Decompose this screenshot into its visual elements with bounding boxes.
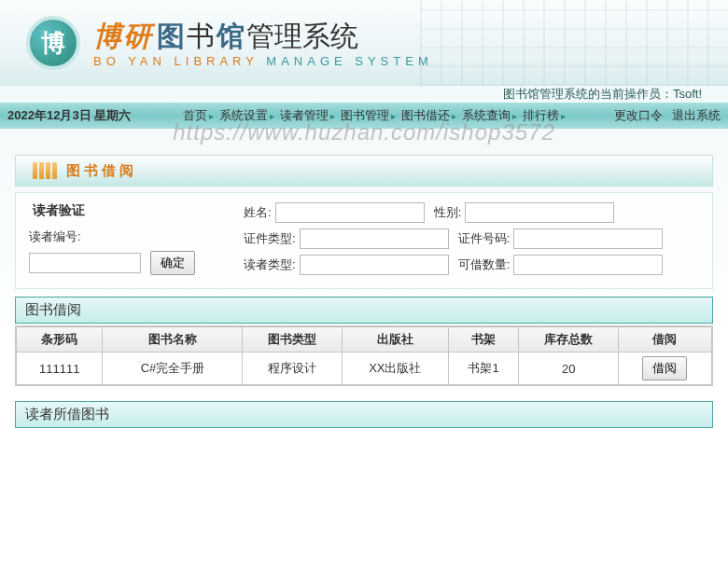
app-header: 博 博研 图 书 馆 管理系统 BO YAN LIBRARY MANAGE SY… (0, 0, 728, 86)
nav-item-label: 首页 (183, 107, 207, 124)
col-action: 借阅 (618, 327, 711, 353)
reader-id-input[interactable] (29, 253, 141, 273)
app-title-en: BO YAN LIBRARY MANAGE SYSTEM (93, 54, 433, 68)
field-reader-type: 读者类型: (244, 255, 449, 275)
nav-item-label: 图书借还 (401, 107, 450, 124)
field-gender: 性别: (434, 202, 615, 223)
cell-shelf: 书架1 (448, 353, 519, 385)
nav-item-label: 系统查询 (462, 107, 511, 124)
chevron-right-icon: ▸ (330, 111, 335, 121)
section-title-borrow: 图书借阅 (15, 155, 713, 187)
chevron-right-icon: ▸ (512, 111, 517, 121)
id-no-label: 证件号码: (458, 230, 511, 247)
col-shelf: 书架 (448, 327, 519, 353)
app-title-cn: 博研 图 书 馆 管理系统 (93, 18, 433, 56)
cell-barcode: 111111 (17, 353, 103, 385)
col-stock: 库存总数 (519, 327, 619, 353)
form-area: 读者验证 读者编号: 确定 姓名: 性别: (15, 192, 713, 289)
title-part-blue2: 馆 (217, 18, 245, 56)
field-id-type: 证件类型: (244, 228, 449, 249)
change-password-link[interactable]: 更改口令 (614, 107, 663, 124)
nav-item-query[interactable]: 系统查询▸ (462, 107, 517, 124)
cell-stock: 20 (519, 353, 619, 385)
banner-pattern (420, 0, 728, 86)
sub-header-borrow: 图书借阅 (15, 297, 713, 324)
reader-type-input[interactable] (300, 255, 449, 275)
col-publisher: 出版社 (342, 327, 448, 353)
reader-verify-panel: 读者验证 读者编号: 确定 (29, 202, 225, 275)
reader-id-group: 读者编号: 确定 (29, 228, 225, 275)
table-row: 111111 C#完全手册 程序设计 XX出版社 书架1 20 借阅 (17, 353, 712, 385)
id-type-input[interactable] (300, 228, 449, 249)
nav-item-book[interactable]: 图书管理▸ (341, 107, 396, 124)
table-header-row: 条形码 图书名称 图书类型 出版社 书架 库存总数 借阅 (17, 327, 712, 353)
nav-right-links: 更改口令 退出系统 (614, 107, 721, 124)
reader-type-label: 读者类型: (244, 256, 296, 273)
nav-bar: 2022年12月3日 星期六 首页▸ 系统设置▸ 读者管理▸ 图书管理▸ 图书借… (0, 103, 728, 129)
borrow-limit-input[interactable] (513, 255, 663, 275)
books-table: 条形码 图书名称 图书类型 出版社 书架 库存总数 借阅 111111 C#完全… (16, 326, 712, 385)
sub-header-borrowed: 读者所借图书 (15, 401, 713, 428)
field-name: 姓名: (244, 202, 425, 223)
nav-item-label: 排行榜 (523, 107, 559, 124)
col-booktype: 图书类型 (243, 327, 343, 353)
nav-item-label: 系统设置 (219, 107, 268, 124)
col-barcode: 条形码 (17, 327, 103, 353)
field-borrow-limit: 可借数量: (458, 255, 664, 275)
nav-date: 2022年12月3日 星期六 (7, 107, 131, 124)
section-title-label: 图书借阅 (66, 162, 137, 180)
chevron-right-icon: ▸ (452, 111, 456, 121)
nav-item-system[interactable]: 系统设置▸ (219, 107, 274, 124)
nav-item-label: 读者管理 (280, 107, 329, 124)
id-no-input[interactable] (513, 228, 663, 249)
chevron-right-icon: ▸ (561, 111, 566, 121)
reader-info-panel: 姓名: 性别: 证件类型: 证件号码: 读者类型: (244, 202, 699, 275)
title-part-black1: 书 (187, 18, 215, 56)
borrow-button[interactable]: 借阅 (642, 356, 687, 380)
bars-icon (33, 162, 57, 179)
cell-booktype: 程序设计 (243, 353, 343, 385)
cell-publisher: XX出版社 (342, 353, 448, 385)
books-table-wrap: 条形码 图书名称 图书类型 出版社 书架 库存总数 借阅 111111 C#完全… (15, 325, 713, 386)
nav-item-borrow[interactable]: 图书借还▸ (401, 107, 456, 124)
reader-verify-title: 读者验证 (29, 202, 225, 219)
id-type-label: 证件类型: (244, 230, 296, 247)
cell-action: 借阅 (618, 353, 711, 385)
title-part-suffix: 管理系统 (246, 18, 358, 56)
cell-bookname: C#完全手册 (103, 353, 243, 385)
name-input[interactable] (275, 202, 425, 223)
chevron-right-icon: ▸ (391, 111, 396, 121)
title-part-orange: 博研 (93, 18, 153, 56)
nav-item-rank[interactable]: 排行榜▸ (523, 107, 566, 124)
operator-bar: 图书馆管理系统的当前操作员：Tsoft! (0, 86, 728, 103)
nav-item-label: 图书管理 (341, 107, 389, 124)
gender-input[interactable] (465, 202, 614, 223)
name-label: 姓名: (244, 204, 272, 221)
subtitle-en-2: MANAGE SYSTEM (266, 54, 432, 68)
title-part-blue1: 图 (157, 18, 185, 56)
nav-item-reader[interactable]: 读者管理▸ (280, 107, 335, 124)
reader-id-label: 读者编号: (29, 228, 225, 245)
logout-link[interactable]: 退出系统 (672, 107, 721, 124)
col-bookname: 图书名称 (103, 327, 243, 353)
chevron-right-icon: ▸ (209, 111, 214, 121)
borrow-limit-label: 可借数量: (458, 256, 511, 273)
gender-label: 性别: (434, 204, 462, 221)
nav-item-home[interactable]: 首页▸ (183, 107, 214, 124)
content-area: 图书借阅 读者验证 读者编号: 确定 姓名: 性别: (0, 129, 728, 428)
subtitle-en-1: BO YAN LIBRARY (93, 54, 259, 68)
logo-icon: 博 (26, 16, 80, 70)
title-block: 博研 图 书 馆 管理系统 BO YAN LIBRARY MANAGE SYST… (93, 18, 433, 68)
confirm-button[interactable]: 确定 (150, 251, 195, 275)
chevron-right-icon: ▸ (270, 111, 274, 121)
nav-menu: 首页▸ 系统设置▸ 读者管理▸ 图书管理▸ 图书借还▸ 系统查询▸ 排行榜▸ (140, 107, 609, 124)
field-id-no: 证件号码: (458, 228, 664, 249)
